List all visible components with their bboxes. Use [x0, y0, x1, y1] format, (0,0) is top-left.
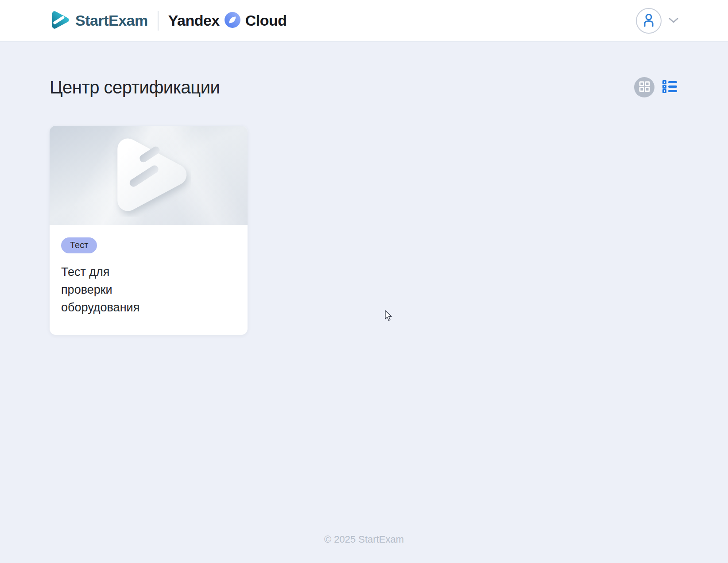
startexam-logo[interactable]: StartExam	[50, 10, 148, 32]
yandex-cloud-icon	[224, 12, 241, 30]
grid-view-icon	[639, 81, 650, 94]
cards-grid: Тест Тест для проверки оборудования	[50, 126, 678, 335]
user-avatar-button[interactable]	[636, 8, 662, 34]
startexam-logo-icon	[50, 10, 70, 32]
grid-view-button[interactable]	[634, 77, 654, 97]
header-divider	[158, 11, 159, 31]
card-cover-image	[50, 126, 248, 225]
yandex-wordmark: Yandex	[168, 12, 220, 29]
cloud-wordmark: Cloud	[245, 12, 287, 29]
yandex-cloud-logo[interactable]: Yandex Cloud	[168, 12, 287, 30]
list-view-button[interactable]	[661, 78, 678, 96]
page-title: Центр сертификации	[50, 78, 220, 97]
list-view-icon	[662, 80, 677, 95]
copyright-text: © 2025 StartExam	[0, 534, 728, 545]
card-body: Тест Тест для проверки оборудования	[50, 225, 248, 335]
view-toggles	[634, 77, 678, 97]
app-header: StartExam Yandex Cloud	[0, 0, 728, 42]
card-type-badge: Тест	[61, 237, 97, 253]
startexam-watermark-icon	[105, 129, 192, 222]
user-icon	[641, 12, 656, 29]
test-card[interactable]: Тест Тест для проверки оборудования	[50, 126, 248, 335]
brand-name: StartExam	[75, 12, 148, 29]
card-title: Тест для проверки оборудования	[61, 263, 163, 316]
account-menu-toggle[interactable]	[669, 17, 678, 25]
chevron-down-icon	[669, 17, 678, 25]
